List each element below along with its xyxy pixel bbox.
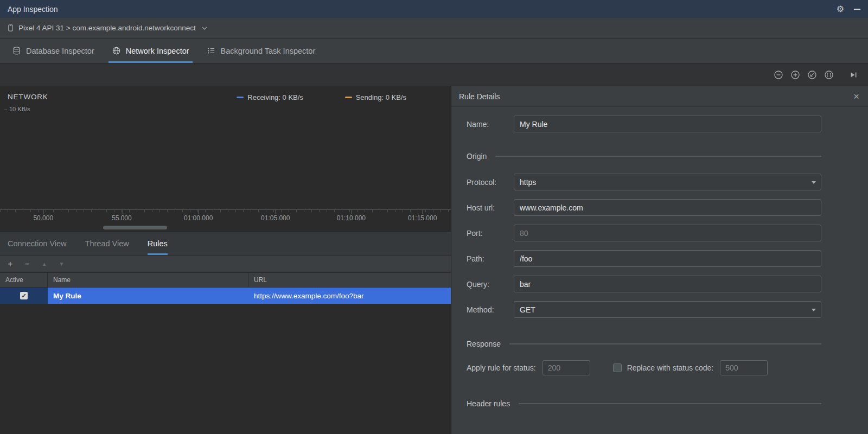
network-panel: NETWORK 10 KB/s Receiving: 0 KB/s Sendin…	[0, 86, 451, 434]
reset-zoom-icon[interactable]	[807, 70, 817, 80]
table-row[interactable]: ✓ My Rule https://www.example.com/foo?ba…	[0, 288, 451, 304]
axis-tick-label: 01:00.000	[184, 214, 213, 222]
host-input[interactable]	[514, 199, 821, 216]
rule-details-header: Rule Details ×	[451, 86, 868, 107]
rule-url-cell: https://www.example.com/foo?bar	[248, 288, 451, 304]
zoom-to-fit-icon[interactable]	[824, 70, 834, 80]
protocol-label: Protocol:	[467, 178, 514, 187]
timeline-toolbar	[0, 63, 868, 86]
legend-label: Receiving: 0 KB/s	[247, 93, 303, 101]
inspector-tab-bar: Database Inspector Network Inspector	[0, 39, 868, 63]
legend-receiving: Receiving: 0 KB/s	[237, 93, 303, 101]
zoom-out-icon[interactable]	[774, 70, 783, 80]
apply-status-label: Apply rule for status:	[467, 363, 536, 372]
apply-status-input[interactable]	[542, 360, 590, 375]
chart-plot-area[interactable]	[0, 86, 451, 209]
replace-status-label: Replace with status code:	[627, 363, 714, 372]
protocol-dropdown[interactable]: https	[514, 174, 821, 190]
timeline-axis: 50.000 55.000 01:00.000 01:05.000 01:10.…	[0, 209, 451, 224]
section-divider	[519, 403, 821, 404]
rule-name-cell: My Rule	[48, 288, 248, 304]
axis-tick-label: 55.000	[112, 214, 132, 222]
remove-icon[interactable]: −	[24, 260, 29, 269]
tab-label: Network Inspector	[126, 47, 189, 55]
name-input[interactable]	[514, 116, 821, 132]
axis-tick-label: 50.000	[33, 214, 53, 222]
axis-tick-label: 01:15.000	[408, 214, 437, 222]
network-chart: NETWORK 10 KB/s Receiving: 0 KB/s Sendin…	[0, 86, 451, 232]
query-input[interactable]	[514, 276, 821, 292]
method-value: GET	[520, 305, 535, 314]
move-down-icon[interactable]: ▼	[59, 261, 65, 267]
globe-icon	[112, 46, 121, 55]
rules-table-header: Active Name URL	[0, 273, 451, 288]
header-rules-section: Header rules	[467, 399, 821, 408]
host-label: Host url:	[467, 203, 514, 212]
zoom-in-icon[interactable]	[790, 70, 800, 80]
rules-toolbar: + − ▲ ▼	[0, 256, 451, 273]
window-title: App Inspection	[8, 5, 58, 14]
axis-tick-label: 01:10.000	[337, 214, 366, 222]
device-icon	[7, 24, 15, 32]
host-row: Host url:	[467, 199, 821, 216]
origin-section: Origin	[467, 152, 821, 161]
axis-tick-label: 01:05.000	[261, 214, 290, 222]
column-header-active[interactable]: Active	[0, 273, 48, 287]
tab-label: Background Task Inspector	[221, 47, 316, 55]
timeline-scrollbar[interactable]	[0, 224, 451, 231]
tab-thread-view[interactable]: Thread View	[85, 232, 129, 255]
gear-icon[interactable]: ⚙	[837, 4, 844, 14]
tab-label: Database Inspector	[26, 47, 94, 55]
query-row: Query:	[467, 276, 821, 292]
status-rule-row: Apply rule for status: Replace with stat…	[467, 360, 821, 375]
receiving-swatch	[237, 97, 244, 98]
tab-network-inspector[interactable]: Network Inspector	[103, 39, 198, 63]
close-icon[interactable]: ×	[853, 91, 859, 101]
legend-label: Sending: 0 KB/s	[356, 93, 406, 101]
path-input[interactable]	[514, 250, 821, 267]
port-row: Port:	[467, 225, 821, 241]
section-divider	[495, 156, 821, 157]
column-header-name[interactable]: Name	[48, 273, 248, 287]
column-header-url[interactable]: URL	[248, 273, 451, 287]
dropdown-arrow-icon	[812, 181, 816, 184]
database-icon	[12, 46, 21, 55]
query-label: Query:	[467, 280, 514, 289]
replace-status-checkbox[interactable]	[613, 363, 622, 372]
tab-label: Rules	[148, 239, 168, 248]
port-input[interactable]	[514, 225, 821, 241]
device-process-bar: Pixel 4 API 31 > com.example.android.net…	[0, 18, 868, 39]
tab-rules[interactable]: Rules	[148, 232, 168, 255]
panel-title: Rule Details	[459, 92, 500, 101]
tab-label: Thread View	[85, 239, 129, 248]
response-section: Response	[467, 340, 821, 348]
add-icon[interactable]: +	[8, 260, 12, 269]
replace-status-input[interactable]	[720, 360, 768, 375]
minimize-icon[interactable]	[854, 9, 860, 10]
window-titlebar: App Inspection ⚙	[0, 0, 868, 18]
go-live-icon[interactable]	[848, 70, 858, 80]
section-divider	[509, 343, 821, 344]
method-label: Method:	[467, 305, 514, 314]
move-up-icon[interactable]: ▲	[42, 261, 47, 267]
timeline-scrollbar-thumb[interactable]	[103, 226, 167, 229]
tab-connection-view[interactable]: Connection View	[8, 232, 67, 255]
tab-background-task-inspector[interactable]: Background Task Inspector	[198, 39, 324, 63]
tab-label: Connection View	[8, 239, 67, 248]
task-list-icon	[207, 46, 216, 55]
section-title: Origin	[467, 152, 487, 161]
device-process-selector[interactable]: Pixel 4 API 31 > com.example.android.net…	[18, 24, 196, 32]
method-dropdown[interactable]: GET	[514, 301, 821, 318]
rule-active-cell: ✓	[0, 288, 48, 304]
path-row: Path:	[467, 250, 821, 267]
section-title: Response	[467, 340, 501, 348]
chart-title: NETWORK	[8, 93, 48, 101]
rules-table-empty-area[interactable]	[0, 304, 451, 434]
view-tab-bar: Connection View Thread View Rules	[0, 232, 451, 256]
protocol-value: https	[520, 178, 536, 187]
tab-database-inspector[interactable]: Database Inspector	[3, 39, 103, 63]
active-checkbox[interactable]: ✓	[20, 292, 28, 299]
dropdown-arrow-icon	[812, 309, 816, 311]
y-axis-label: 10 KB/s	[4, 106, 30, 112]
chevron-down-icon[interactable]	[202, 27, 207, 30]
